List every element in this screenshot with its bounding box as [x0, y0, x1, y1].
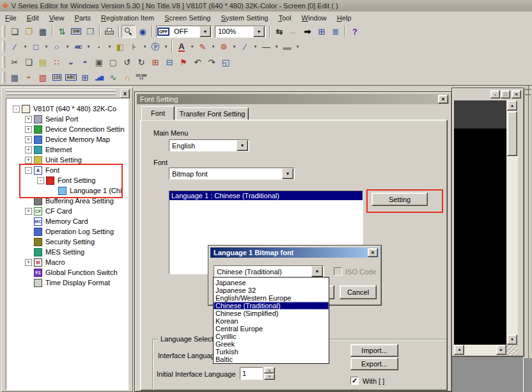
menu-registration-item[interactable]: Registration Item: [96, 13, 159, 22]
undo-button[interactable]: ↶: [191, 56, 205, 68]
buzzer-part-button[interactable]: ∩: [120, 71, 134, 84]
dropdown-option[interactable]: Chinese (Traditional): [214, 302, 329, 310]
horizontal-scrollbar[interactable]: ◄ ►: [454, 345, 506, 356]
fill-style-dropdown[interactable]: ▾: [294, 40, 301, 53]
dropdown-option[interactable]: English/Western Europe: [214, 294, 329, 302]
dropdown-option[interactable]: Cyrillic: [214, 333, 329, 340]
rect-tool-dropdown[interactable]: ▾: [43, 40, 50, 53]
trend-part-button[interactable]: ∿: [106, 71, 120, 84]
state-combo[interactable]: OFFOFF▼: [156, 26, 212, 38]
menu-parts[interactable]: Parts: [69, 13, 96, 22]
line-color-dropdown[interactable]: ▾: [252, 40, 259, 53]
circle-tool-button[interactable]: ○: [50, 40, 64, 53]
collapse-minus-icon[interactable]: -: [37, 177, 44, 184]
dropdown-option[interactable]: Japanese: [214, 279, 329, 286]
date-display-part-button[interactable]: DD MM YY: [134, 71, 148, 84]
screen-list-button[interactable]: ⊞: [315, 25, 329, 38]
dropdown-option[interactable]: Chinese (Simplified): [214, 310, 329, 317]
screen-transfer-button[interactable]: ❒: [83, 25, 97, 38]
transfer-button[interactable]: ⇅: [55, 25, 69, 38]
rotate-left-button[interactable]: ↺: [120, 56, 134, 68]
line-tool-button[interactable]: ∕: [8, 40, 22, 53]
dot-tool-button[interactable]: ·: [92, 40, 106, 53]
send-backward-button[interactable]: ◓: [78, 56, 92, 68]
menu-window[interactable]: Window: [297, 13, 332, 22]
tree-item-cf-card[interactable]: +CFCF Card: [6, 206, 128, 216]
collapse-minus-icon[interactable]: -: [13, 106, 20, 113]
menu-system-setting[interactable]: System Setting: [215, 13, 273, 22]
tree-item-security-setting[interactable]: Security Setting: [6, 237, 128, 247]
scroll-left-icon[interactable]: ◄: [454, 345, 464, 355]
dropdown-option[interactable]: Japanese 32: [214, 286, 329, 294]
switch-part-button[interactable]: ◓: [22, 71, 36, 84]
close-icon[interactable]: ×: [438, 95, 448, 104]
expand-plus-icon[interactable]: +: [25, 208, 32, 215]
chevron-down-icon[interactable]: ▼: [311, 266, 323, 277]
toolbar-grip[interactable]: [2, 72, 5, 83]
prev-next-screen-button[interactable]: ⇆: [272, 25, 286, 38]
rect-tool-button[interactable]: □: [29, 40, 43, 53]
scale-tool-dropdown[interactable]: ▾: [141, 40, 148, 53]
char-display-part-button[interactable]: ABC: [64, 71, 78, 84]
paste-button[interactable]: ▤: [36, 56, 50, 68]
item-list-button[interactable]: ≣: [329, 25, 343, 38]
redo-button[interactable]: ↷: [205, 56, 219, 68]
palette-button[interactable]: ❁: [217, 40, 231, 53]
menu-edit[interactable]: Edit: [22, 13, 44, 22]
tree-item-language-1-chi[interactable]: Language 1 (Chi: [6, 185, 128, 196]
dropdown-option[interactable]: Baltic: [214, 356, 329, 363]
pen-color-dropdown[interactable]: ▾: [210, 40, 217, 53]
pan-tool-button[interactable]: ◉: [136, 25, 150, 38]
menu-help[interactable]: Help: [332, 13, 357, 22]
calendar-part-button[interactable]: ⊞: [78, 71, 92, 84]
close-icon[interactable]: ×: [512, 90, 521, 98]
scroll-up-icon[interactable]: ▲: [507, 100, 517, 111]
dropdown-option[interactable]: Central Europe: [214, 325, 329, 333]
simulator-button[interactable]: SIM: [69, 25, 83, 38]
pattern-tool-dropdown[interactable]: ▾: [162, 40, 169, 53]
tree-item-operation-log-setting[interactable]: Operation Log Setting: [6, 226, 128, 237]
back-button[interactable]: ←: [286, 25, 301, 38]
select-mode-button[interactable]: ◱: [219, 56, 233, 68]
panel-close-icon[interactable]: x: [120, 89, 130, 98]
help-button[interactable]: ?: [348, 25, 362, 38]
scroll-right-icon[interactable]: ►: [496, 345, 506, 355]
multi-copy-button[interactable]: ∷: [50, 56, 64, 68]
tree-item-font-setting[interactable]: -Font Setting: [6, 175, 128, 185]
collapse-minus-icon[interactable]: -: [25, 167, 32, 174]
dropdown-option[interactable]: Korean: [214, 317, 329, 325]
scale-tool-button[interactable]: ⊦: [127, 40, 141, 53]
zoom-tool-button[interactable]: [121, 25, 136, 38]
tree-item-macro[interactable]: +MMacro: [6, 257, 128, 267]
tree-item-memory-card[interactable]: MCMemory Card: [6, 216, 128, 226]
align-grid-button[interactable]: ⊞: [148, 56, 162, 68]
chevron-down-icon[interactable]: ▼: [237, 140, 248, 151]
resize-grip[interactable]: [506, 345, 518, 356]
copy-button[interactable]: ❑: [22, 56, 36, 68]
tab-font[interactable]: Font: [141, 106, 175, 120]
bring-forward-button[interactable]: ◒: [64, 56, 78, 68]
num-display-part-button[interactable]: 123: [50, 71, 64, 84]
vertical-scroll-thumb[interactable]: [507, 111, 517, 156]
toolbar-grip[interactable]: [2, 56, 5, 68]
frame-edit-button[interactable]: ▢: [106, 56, 120, 68]
tree-item-device-memory-map[interactable]: +Device Memory Map: [6, 134, 128, 145]
expand-plus-icon[interactable]: +: [25, 126, 32, 133]
align-center-button[interactable]: ⊟: [162, 56, 176, 68]
paint-tool-button[interactable]: ◧: [113, 40, 127, 53]
graph-part-button[interactable]: ▂▅▇: [92, 71, 106, 84]
dot-tool-dropdown[interactable]: ▾: [106, 40, 113, 53]
panel-grip[interactable]: [6, 90, 116, 92]
with-brackets-checkbox[interactable]: ✓: [350, 377, 359, 385]
menu-screen-setting[interactable]: Screen Setting: [159, 13, 215, 22]
scroll-down-icon[interactable]: ▼: [507, 334, 517, 345]
tree-item-device-connection-settin[interactable]: +Device Connection Settin: [6, 124, 128, 134]
iso-code-checkbox[interactable]: [334, 267, 342, 276]
dropdown-option[interactable]: Turkish: [214, 348, 329, 356]
toolbar-grip[interactable]: [2, 26, 5, 37]
line-style-button[interactable]: —: [259, 40, 273, 53]
dropdown-option[interactable]: Greek: [214, 340, 329, 348]
circle-tool-dropdown[interactable]: ▾: [64, 40, 71, 53]
tree-item-font[interactable]: -AFont: [6, 165, 128, 175]
menu-view[interactable]: View: [44, 13, 70, 22]
